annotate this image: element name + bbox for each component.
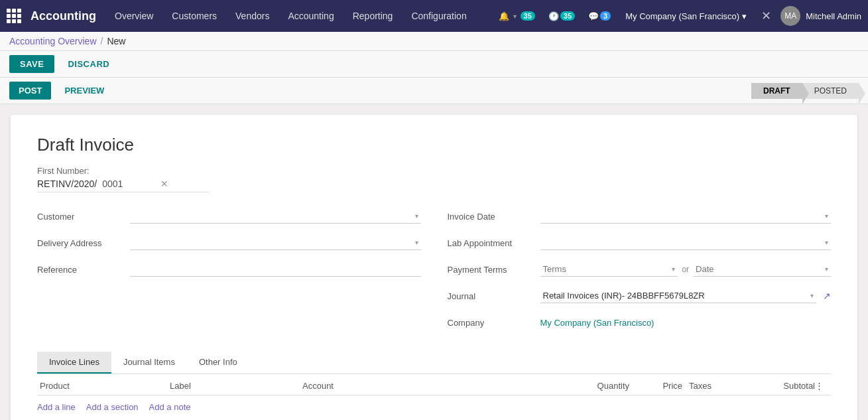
payment-terms-field: Payment Terms ▾ or ▾ [448, 259, 832, 280]
activity-btn[interactable]: 🕐 35 [544, 9, 579, 24]
nav-links: Overview Customers Vendors Accounting Re… [105, 0, 492, 32]
reference-input-wrapper [130, 262, 421, 277]
journal-external-link-icon[interactable]: ↗ [823, 291, 831, 301]
company-label: Company [448, 318, 540, 328]
tab-invoice-lines[interactable]: Invoice Lines [37, 352, 111, 374]
lab-appointment-field: Lab Appointment ▾ [448, 232, 832, 253]
nav-accounting[interactable]: Accounting [279, 0, 343, 32]
status-draft[interactable]: DRAFT [751, 83, 802, 99]
journal-row: ▾ ↗ [540, 289, 832, 303]
customer-input-wrapper: ▾ [130, 209, 421, 224]
breadcrumb-separator: / [101, 36, 103, 46]
save-button[interactable]: SAVE [9, 55, 54, 73]
post-button[interactable]: POST [9, 82, 51, 100]
col-header-menu: ⋮ [815, 381, 831, 391]
lab-appointment-input[interactable] [540, 236, 823, 249]
col-header-product: Product [37, 381, 170, 391]
lab-appointment-input-wrapper: ▾ [540, 236, 832, 250]
journal-field: Journal ▾ ↗ [448, 285, 832, 307]
col-header-price: Price [629, 381, 682, 391]
breadcrumb: Accounting Overview / New [0, 32, 868, 51]
avatar-initials: MA [784, 11, 796, 21]
user-avatar[interactable]: MA [780, 6, 800, 26]
messages-btn[interactable]: 💬 3 [584, 9, 615, 24]
activity-badge: 35 [560, 11, 575, 21]
terms-input[interactable] [540, 262, 670, 276]
col-header-taxes: Taxes [682, 381, 749, 391]
journal-input[interactable] [540, 289, 808, 303]
nav-customers[interactable]: Customers [162, 0, 226, 32]
notif-arrow: ▾ [511, 13, 519, 20]
close-btn[interactable]: ✕ [757, 9, 775, 23]
add-section-link[interactable]: Add a section [86, 402, 139, 412]
action-bar: SAVE DISCARD [0, 51, 868, 78]
nav-vendors[interactable]: Vendors [226, 0, 279, 32]
tab-journal-items[interactable]: Journal Items [111, 352, 187, 374]
breadcrumb-parent[interactable]: Accounting Overview [9, 36, 97, 46]
table-header: Product Label Account Quantity Price Tax… [37, 374, 831, 395]
date-input[interactable] [693, 262, 822, 276]
discard-button[interactable]: DISCARD [61, 55, 116, 73]
delivery-address-input[interactable] [130, 236, 412, 249]
grid-icon[interactable] [7, 9, 21, 23]
col-header-account: Account [302, 381, 435, 391]
nav-overview[interactable]: Overview [105, 0, 162, 32]
invoice-date-label: Invoice Date [448, 212, 540, 222]
first-number-clear-icon[interactable]: ✕ [160, 178, 168, 189]
nav-reporting[interactable]: Reporting [343, 0, 403, 32]
messages-badge: 3 [600, 11, 611, 21]
app-brand: Accounting [7, 9, 96, 23]
preview-button[interactable]: PREVIEW [58, 82, 111, 100]
company-btn[interactable]: My Company (San Francisco) ▾ [620, 9, 752, 24]
reference-input[interactable] [130, 262, 421, 276]
terms-select-wrapper: ▾ [540, 262, 678, 277]
tabs: Invoice Lines Journal Items Other Info [37, 352, 831, 374]
first-number-input[interactable] [102, 178, 155, 189]
notifications-badge: 35 [521, 11, 535, 21]
company-value[interactable]: My Company (San Francisco) [540, 318, 654, 328]
terms-dropdown-arrow[interactable]: ▾ [669, 265, 678, 273]
notifications-btn[interactable]: 🔔 ▾ 35 [495, 9, 539, 24]
brand-name: Accounting [31, 9, 96, 23]
date-dropdown-arrow[interactable]: ▾ [822, 265, 831, 273]
status-bar: POST PREVIEW DRAFT POSTED [0, 78, 868, 104]
invoice-date-input[interactable] [540, 209, 823, 223]
breadcrumb-current: New [107, 36, 125, 46]
delivery-address-label: Delivery Address [37, 238, 130, 248]
status-steps: DRAFT POSTED [751, 83, 859, 99]
delivery-address-dropdown-arrow[interactable]: ▾ [412, 239, 421, 246]
first-number-field: RETINV/2020/ ✕ [37, 178, 210, 192]
invoice-date-dropdown-arrow[interactable]: ▾ [822, 212, 831, 220]
add-links: Add a line Add a section Add a note [37, 395, 831, 419]
customer-field: Customer ▾ [37, 206, 421, 227]
journal-select-wrapper: ▾ [540, 289, 817, 303]
tab-other-info[interactable]: Other Info [187, 352, 249, 374]
col-header-quantity: Quantity [435, 381, 629, 391]
add-line-link[interactable]: Add a line [37, 402, 76, 412]
customer-dropdown-arrow[interactable]: ▾ [412, 212, 421, 220]
navbar: Accounting Overview Customers Vendors Ac… [0, 0, 868, 32]
first-number-prefix: RETINV/2020/ [37, 178, 97, 189]
payment-terms-row: ▾ or ▾ [540, 262, 832, 277]
customer-input[interactable] [130, 209, 412, 223]
reference-field: Reference [37, 259, 421, 280]
reference-label: Reference [37, 265, 130, 275]
nav-configuration[interactable]: Configuration [402, 0, 475, 32]
company-dropdown-arrow: ▾ [742, 11, 747, 21]
add-note-link[interactable]: Add a note [149, 402, 191, 412]
nav-right: 🔔 ▾ 35 🕐 35 💬 3 My Company (San Francisc… [495, 6, 861, 26]
journal-label: Journal [448, 291, 540, 301]
lab-appointment-label: Lab Appointment [448, 238, 540, 248]
first-number-section: First Number: RETINV/2020/ ✕ [37, 166, 831, 192]
invoice-date-input-wrapper: ▾ [540, 209, 832, 224]
form-col-left: Customer ▾ Delivery Address ▾ Reference [37, 206, 421, 338]
delivery-address-field: Delivery Address ▾ [37, 232, 421, 253]
form-card: Draft Invoice First Number: RETINV/2020/… [11, 115, 857, 420]
lab-appointment-dropdown-arrow[interactable]: ▾ [822, 239, 831, 246]
col-header-label: Label [170, 381, 302, 391]
company-name: My Company (San Francisco) [625, 11, 739, 21]
status-posted[interactable]: POSTED [802, 83, 859, 99]
customer-label: Customer [37, 212, 130, 222]
journal-dropdown-arrow[interactable]: ▾ [808, 292, 816, 299]
col-header-subtotal: Subtotal [749, 381, 815, 391]
